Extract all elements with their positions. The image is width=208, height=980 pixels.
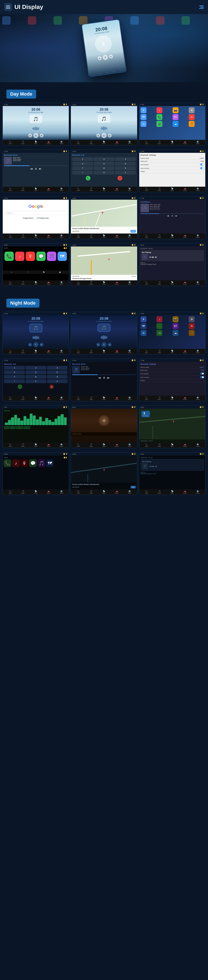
app-settings[interactable]: ⚙ [189,107,195,113]
night-key-2[interactable]: 2 [25,366,46,370]
cp-msg[interactable]: 💬 [36,251,46,261]
map-go-btn[interactable]: GO [131,230,136,233]
cp-music[interactable]: ♪ [15,251,24,261]
key-star[interactable]: * [72,171,93,175]
key-3[interactable]: 3 [115,157,136,161]
night-key-star[interactable]: * [4,379,25,383]
app-maps[interactable]: 🗺 [140,114,147,120]
bt-next[interactable]: ⏭ [39,167,41,170]
night-key-0[interactable]: 0 [25,379,46,383]
night-app-photos[interactable]: 📷 [173,316,178,322]
call-answer[interactable]: 📞 [86,176,90,180]
eq-btn-1[interactable]: FLAT [4,426,9,429]
night-cp-music[interactable]: ♪ [12,459,20,467]
bt-play[interactable]: ⏸ [35,167,37,170]
day2-next[interactable]: ⏭ [108,134,112,137]
night-key-4[interactable]: 4 [4,371,25,374]
prev-btn[interactable]: ⏮ [98,56,102,60]
night-app-bt[interactable]: BT [173,323,178,329]
nav-icon[interactable] [199,6,204,9]
night-key-3[interactable]: 3 [47,366,68,370]
call-end[interactable]: 📵 [118,176,122,180]
google-search-bar[interactable]: Search... [5,211,67,215]
app-photos[interactable]: 📷 [173,107,178,113]
night-bt-prev[interactable]: ⏮ [98,376,101,379]
night-auto-answer-toggle[interactable] [200,372,204,375]
night2-prev[interactable]: ⏮ [96,343,100,347]
app-bt[interactable]: BT [173,114,178,120]
day2-play[interactable]: ⏸ [101,133,107,138]
key-4[interactable]: 4 [72,162,93,165]
social-next[interactable]: ⏭ [175,215,177,217]
night1-next[interactable]: ⏭ [40,343,44,347]
cp-dock-1[interactable]: 📞 [11,271,13,273]
night-app-itunes[interactable]: 🎵 [189,330,195,336]
cp-dock-2[interactable]: 🎵 [27,271,28,273]
app-facetime[interactable]: 📹 [156,121,162,127]
cp-phone[interactable]: 📞 [5,251,14,261]
night-bt-next[interactable]: ⏭ [107,376,110,379]
night-app-telegram[interactable]: ✈ [140,316,147,322]
night-key-7[interactable]: 7 [4,375,25,379]
key-8[interactable]: 8 [94,166,114,170]
night2-next[interactable]: ⏭ [108,343,112,347]
night1-play[interactable]: ⏸ [33,342,38,347]
app-news[interactable]: N [189,114,195,120]
key-9[interactable]: 9 [115,166,136,170]
google-lucky-btn[interactable]: I'm Feeling Lucky [36,217,50,220]
auto-answer-toggle[interactable] [200,164,204,165]
night-call-end[interactable]: 📵 [49,384,54,389]
night-cp-podcasts[interactable]: 🎙 [20,459,28,467]
auto-connect-toggle[interactable] [200,167,204,169]
key-6[interactable]: 6 [115,162,136,165]
night-key-6[interactable]: 6 [47,371,68,374]
social-play[interactable]: ⏸ [171,215,173,217]
night-auto-connect-toggle[interactable] [200,376,204,378]
night-key-8[interactable]: 8 [25,375,46,379]
app-telegram[interactable]: ✈ [140,107,147,113]
night-app-safari[interactable]: ◎ [140,330,147,336]
night-app-maps[interactable]: 🗺 [140,323,147,329]
night-cp-phone[interactable]: 📞 [4,459,11,467]
night-key-9[interactable]: 9 [47,375,68,379]
cp-podcasts[interactable]: 🎙 [26,251,35,261]
app-itunes[interactable]: 🎵 [189,121,195,127]
key-1[interactable]: 1 [72,157,93,161]
app-phone[interactable]: 📞 [156,114,162,120]
np-play[interactable]: ▶ [152,256,154,258]
eq-btn-3[interactable]: TREBLE [16,426,23,429]
menu-icon[interactable] [4,3,12,11]
night-app-news[interactable]: N [189,323,195,329]
np-prev[interactable]: ⏮ [150,256,151,258]
night2-play[interactable]: ⏸ [101,342,107,347]
night-cp-podcast2[interactable]: 🎵 [38,459,45,467]
next-btn[interactable]: ⏭ [109,54,113,59]
bt-prev[interactable]: ⏮ [30,167,33,170]
np-next[interactable]: ⏭ [155,256,157,258]
key-5[interactable]: 5 [94,162,114,165]
app-weather[interactable]: ☁ [173,121,178,127]
social-prev[interactable]: ⏮ [167,215,169,217]
night-np-prev[interactable]: ⏮ [150,465,152,468]
google-search-btn[interactable]: Google Search [22,217,35,220]
day2-prev[interactable]: ⏮ [96,134,100,137]
night-key-5[interactable]: 5 [25,371,46,374]
play-btn[interactable]: ⏸ [102,54,108,60]
night-bt-play[interactable]: ⏸ [103,376,105,379]
cp-dock-3[interactable]: 📡 [43,271,45,273]
key-hash[interactable]: # [115,171,136,175]
night-key-hash[interactable]: # [47,379,68,383]
day1-next[interactable]: ⏭ [40,134,44,137]
night-map-go-btn[interactable]: GO [131,486,136,488]
key-0[interactable]: 0 [94,171,114,175]
eq-btn-4[interactable]: VOCAL [24,426,30,429]
night-cp-maps[interactable]: 🗺 [46,459,54,467]
day1-prev[interactable]: ⏮ [28,134,32,137]
eq-btn-2[interactable]: BASS [10,426,15,429]
night-call-answer[interactable]: 📞 [17,384,22,389]
key-2[interactable]: 2 [94,157,114,161]
night-app-weather[interactable]: ☁ [173,330,178,336]
night-key-1[interactable]: 1 [4,366,25,370]
night-np-next[interactable]: ⏭ [155,465,157,468]
night-app-music[interactable]: ♪ [156,316,162,322]
